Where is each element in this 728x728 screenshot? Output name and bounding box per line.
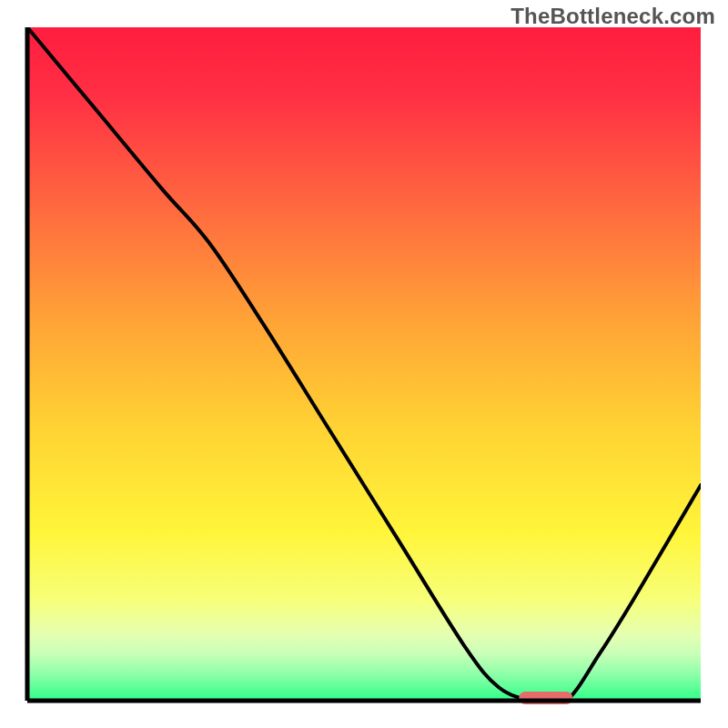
watermark-text: TheBottleneck.com <box>511 4 715 29</box>
bottleneck-chart <box>0 0 728 728</box>
gradient-background <box>27 27 701 701</box>
chart-container: TheBottleneck.com <box>0 0 728 728</box>
